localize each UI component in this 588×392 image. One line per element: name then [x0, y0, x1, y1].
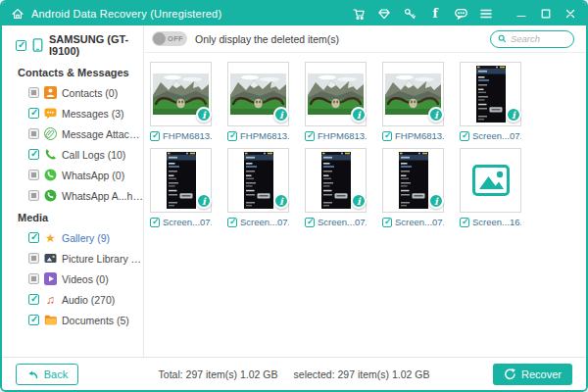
- cart-icon[interactable]: [352, 7, 366, 21]
- sidebar-item-messages[interactable]: Messages (3): [28, 107, 143, 120]
- app-window: Android Data Recovery (Unregistered) f: [0, 0, 588, 392]
- whatsapp-attachments-checkbox[interactable]: [28, 190, 39, 201]
- info-icon[interactable]: [351, 107, 367, 122]
- file-checkbox[interactable]: [150, 218, 160, 227]
- deleted-only-toggle[interactable]: OFF: [152, 31, 187, 46]
- back-button-label: Back: [44, 368, 68, 380]
- file-checkbox[interactable]: [460, 218, 469, 227]
- sidebar-item-device[interactable]: SAMSUNG (GT-I9100): [16, 33, 143, 57]
- feedback-icon[interactable]: [454, 7, 467, 21]
- sidebar-item-contacts[interactable]: Contacts (0): [28, 86, 143, 99]
- facebook-icon[interactable]: f: [428, 7, 442, 21]
- key-icon[interactable]: [403, 7, 416, 21]
- sidebar-item-label: Contacts (0): [62, 87, 118, 99]
- titlebar-actions: f: [352, 7, 577, 21]
- info-icon[interactable]: [273, 107, 289, 122]
- screenshot-thumbnail[interactable]: [305, 148, 367, 213]
- sidebar-item-gallery[interactable]: ★ Gallery (9): [28, 231, 143, 244]
- audio-checkbox[interactable]: [28, 294, 39, 305]
- file-checkbox[interactable]: [227, 131, 237, 141]
- menu-icon[interactable]: [479, 7, 493, 21]
- sidebar-item-message-attachments[interactable]: Message Attachments (0): [28, 127, 143, 140]
- filename-label: FHPM6813.jpg: [318, 130, 367, 141]
- videos-checkbox[interactable]: [28, 273, 39, 284]
- file-checkbox[interactable]: [150, 131, 160, 141]
- sidebar-item-audio[interactable]: ♫ Audio (270): [28, 293, 143, 306]
- whatsapp-checkbox[interactable]: [28, 170, 39, 180]
- documents-checkbox[interactable]: [28, 315, 39, 325]
- phone-icon: [31, 39, 44, 52]
- content-area: SAMSUNG (GT-I9100) Contacts & Messages C…: [2, 25, 586, 357]
- search-input[interactable]: [511, 33, 566, 44]
- placeholder-thumbnail[interactable]: [460, 148, 521, 213]
- messages-icon: [44, 107, 57, 120]
- selected-text: selected: 297 item(s) 1.02 GB: [294, 368, 430, 380]
- home-icon[interactable]: [11, 7, 24, 21]
- photo-thumbnail[interactable]: [227, 62, 289, 126]
- screenshot-thumbnail[interactable]: [460, 62, 521, 126]
- sidebar-item-picture-library[interactable]: Picture Library (0): [28, 252, 143, 265]
- file-checkbox[interactable]: [305, 131, 315, 141]
- sidebar-item-whatsapp[interactable]: WhatsApp (0): [28, 169, 143, 181]
- audio-icon: ♫: [44, 293, 57, 306]
- photo-thumbnail[interactable]: [382, 62, 444, 126]
- sidebar-item-call-logs[interactable]: Call Logs (10): [28, 148, 143, 161]
- sidebar-item-label: WhatsApp (0): [62, 170, 124, 181]
- vip-gem-icon[interactable]: [377, 7, 391, 21]
- info-icon[interactable]: [196, 107, 212, 122]
- info-icon[interactable]: [273, 193, 289, 209]
- screenshot-thumbnail[interactable]: [227, 148, 289, 213]
- contacts-checkbox[interactable]: [28, 87, 39, 98]
- photo-thumbnail[interactable]: [305, 62, 367, 126]
- titlebar: Android Data Recovery (Unregistered) f: [2, 2, 586, 25]
- file-cell: FHPM6813.jpg: [382, 62, 444, 141]
- file-checkbox[interactable]: [382, 218, 392, 227]
- filename-row: Screen...07.png: [305, 217, 367, 227]
- screenshot-image: [321, 152, 351, 209]
- minimize-icon[interactable]: [514, 7, 528, 21]
- screenshot-image: [399, 152, 428, 209]
- sidebar-item-label: Messages (3): [62, 108, 124, 120]
- messages-checkbox[interactable]: [28, 108, 39, 119]
- device-checkbox[interactable]: [16, 40, 26, 51]
- filename-row: Screen...07.png: [460, 130, 521, 141]
- picture-library-checkbox[interactable]: [28, 253, 39, 264]
- filename-label: FHPM6813.jpg: [163, 130, 212, 141]
- file-cell: Screen...07.png: [150, 148, 212, 227]
- file-checkbox[interactable]: [227, 218, 237, 227]
- close-icon[interactable]: [564, 7, 577, 21]
- sidebar-item-label: WhatsApp A...hments (0): [62, 190, 143, 202]
- filename-row: Screen...16.png: [460, 217, 521, 227]
- info-icon[interactable]: [196, 193, 212, 209]
- message-attachments-checkbox[interactable]: [28, 128, 39, 139]
- file-cell: FHPM6813.jpg: [305, 62, 367, 141]
- recover-button[interactable]: Recover: [493, 364, 572, 385]
- info-icon[interactable]: [428, 193, 444, 209]
- photo-thumbnail[interactable]: [150, 62, 212, 126]
- back-arrow-icon: [26, 369, 38, 379]
- info-icon[interactable]: [428, 107, 444, 122]
- call-logs-checkbox[interactable]: [28, 149, 39, 160]
- sidebar-item-videos[interactable]: Videos (0): [28, 272, 143, 285]
- sidebar-item-whatsapp-attachments[interactable]: WhatsApp A...hments (0): [28, 189, 143, 202]
- gallery-checkbox[interactable]: [28, 232, 39, 243]
- sidebar-item-documents[interactable]: Documents (5): [28, 314, 143, 326]
- sidebar-item-label: Gallery (9): [62, 232, 110, 244]
- filename-row: Screen...07.png: [382, 217, 444, 227]
- total-text: Total: 297 item(s) 1.02 GB: [159, 368, 278, 380]
- file-checkbox[interactable]: [305, 218, 315, 227]
- search-box[interactable]: [490, 30, 574, 48]
- screenshot-thumbnail[interactable]: [150, 148, 212, 213]
- filename-row: FHPM6813.jpg: [150, 130, 212, 141]
- file-checkbox[interactable]: [382, 131, 392, 141]
- whatsapp-icon: [44, 169, 57, 181]
- back-button[interactable]: Back: [16, 364, 78, 385]
- sidebar: SAMSUNG (GT-I9100) Contacts & Messages C…: [2, 25, 144, 357]
- info-icon[interactable]: [506, 107, 521, 122]
- maximize-icon[interactable]: [539, 7, 553, 21]
- file-checkbox[interactable]: [460, 131, 469, 141]
- screenshot-thumbnail[interactable]: [382, 148, 444, 213]
- section-title-media: Media: [18, 212, 143, 223]
- filename-row: Screen...07.png: [150, 217, 212, 227]
- info-icon[interactable]: [351, 193, 367, 209]
